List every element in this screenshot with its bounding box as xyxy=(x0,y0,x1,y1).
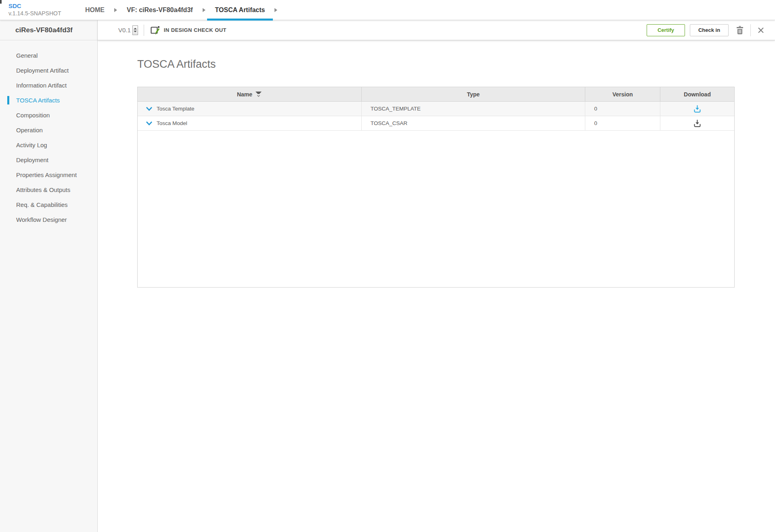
breadcrumb-arrow-icon xyxy=(274,8,277,12)
sidebar-item-tosca-artifacts[interactable]: TOSCA Artifacts xyxy=(0,93,97,108)
delete-button[interactable] xyxy=(736,26,744,35)
column-header-download: Download xyxy=(660,87,734,101)
column-header-name-label: Name xyxy=(237,91,252,98)
sidebar-item-properties-assignment[interactable]: Properties Assignment xyxy=(0,167,97,182)
artifact-type: TOSCA_CSAR xyxy=(371,120,407,126)
breadcrumb-arrow-icon xyxy=(203,8,205,12)
resource-name-title: ciRes-VF80a4fd3f xyxy=(0,20,97,40)
sidebar-item-attributes-outputs[interactable]: Attributes & Outputs xyxy=(0,182,97,197)
download-icon[interactable] xyxy=(693,105,701,113)
sidebar-item-information-artifact[interactable]: Information Artifact xyxy=(0,78,97,93)
artifact-type: TOSCA_TEMPLATE xyxy=(371,106,421,112)
main-content: TOSCA Artifacts Name Type Version Downlo… xyxy=(98,40,775,532)
sidebar-item-req-capabilities[interactable]: Req. & Capabilities xyxy=(0,197,97,212)
artifact-version: 0 xyxy=(594,106,597,112)
table-row-tosca-template[interactable]: Tosca Template TOSCA_TEMPLATE 0 xyxy=(138,102,734,116)
spinner-up-icon xyxy=(134,28,137,29)
column-header-version[interactable]: Version xyxy=(585,87,660,101)
certify-button[interactable]: Certify xyxy=(647,24,685,36)
version-value: V0.1 xyxy=(118,27,131,33)
cell-download xyxy=(660,116,734,130)
cell-type: TOSCA_CSAR xyxy=(362,116,585,130)
sidebar-item-composition[interactable]: Composition xyxy=(0,108,97,123)
column-header-type[interactable]: Type xyxy=(362,87,585,101)
app-logo[interactable]: SDC v.1.14.5-SNAPSHOT xyxy=(8,2,61,17)
breadcrumb-arrow-icon xyxy=(114,8,117,12)
workspace-header: V0.1 IN DESIGN CHECK OUT Certify Check i… xyxy=(98,20,775,40)
column-header-type-label: Type xyxy=(467,91,480,98)
sidebar-item-general[interactable]: General xyxy=(0,48,97,63)
trash-icon xyxy=(736,26,744,35)
check-in-button[interactable]: Check in xyxy=(690,24,729,36)
table-row-tosca-model[interactable]: Tosca Model TOSCA_CSAR 0 xyxy=(138,116,734,131)
breadcrumb-tab-tosca-artifacts[interactable]: TOSCA Artifacts xyxy=(207,0,273,20)
sidebar-item-deployment-artifact[interactable]: Deployment Artifact xyxy=(0,63,97,78)
artifact-version: 0 xyxy=(594,120,597,126)
cell-download xyxy=(660,102,734,116)
breadcrumb-tab-vf[interactable]: VF: ciRes-VF80a4fd3f xyxy=(119,0,201,20)
version-selector[interactable]: V0.1 xyxy=(118,25,138,35)
tosca-artifacts-table: Name Type Version Download xyxy=(137,87,735,288)
corner-mark xyxy=(0,0,2,4)
sidebar-item-workflow-designer[interactable]: Workflow Designer xyxy=(0,212,97,227)
sidebar-menu: General Deployment Artifact Information … xyxy=(0,40,97,227)
sidebar-item-activity-log[interactable]: Activity Log xyxy=(0,138,97,152)
column-header-download-label: Download xyxy=(684,91,711,98)
app-version: v.1.14.5-SNAPSHOT xyxy=(8,10,61,17)
cell-name: Tosca Template xyxy=(138,102,362,116)
cell-version: 0 xyxy=(585,102,660,116)
sort-icon xyxy=(255,91,262,97)
sidebar-item-operation[interactable]: Operation xyxy=(0,123,97,138)
sidebar: ciRes-VF80a4fd3f General Deployment Arti… xyxy=(0,20,98,532)
table-header-row: Name Type Version Download xyxy=(138,87,734,102)
expand-chevron-icon[interactable] xyxy=(146,106,153,111)
cell-name: Tosca Model xyxy=(138,116,362,130)
workspace-actions: Certify Check in xyxy=(647,24,765,36)
artifact-name: Tosca Model xyxy=(157,120,187,126)
breadcrumb: HOME VF: ciRes-VF80a4fd3f TOSCA Artifact… xyxy=(77,0,279,20)
artifact-name: Tosca Template xyxy=(157,106,195,112)
cell-version: 0 xyxy=(585,116,660,130)
lifecycle-state: IN DESIGN CHECK OUT xyxy=(150,25,226,35)
version-spinner[interactable] xyxy=(132,25,138,35)
divider xyxy=(750,24,751,36)
page-title: TOSCA Artifacts xyxy=(137,58,775,71)
column-header-name[interactable]: Name xyxy=(138,87,362,101)
close-button[interactable] xyxy=(757,27,765,34)
column-header-version-label: Version xyxy=(612,91,633,98)
divider xyxy=(144,25,144,36)
spinner-down-icon xyxy=(134,31,137,32)
sidebar-item-deployment[interactable]: Deployment xyxy=(0,152,97,167)
app-name: SDC xyxy=(8,2,61,10)
checkout-pencil-icon xyxy=(150,25,160,35)
close-icon xyxy=(757,27,765,34)
expand-chevron-icon[interactable] xyxy=(146,121,153,126)
cell-type: TOSCA_TEMPLATE xyxy=(362,102,585,116)
lifecycle-state-label: IN DESIGN CHECK OUT xyxy=(164,27,226,33)
breadcrumb-tab-home[interactable]: HOME xyxy=(77,0,113,20)
top-bar: SDC v.1.14.5-SNAPSHOT HOME VF: ciRes-VF8… xyxy=(0,0,775,20)
download-icon[interactable] xyxy=(693,119,701,127)
